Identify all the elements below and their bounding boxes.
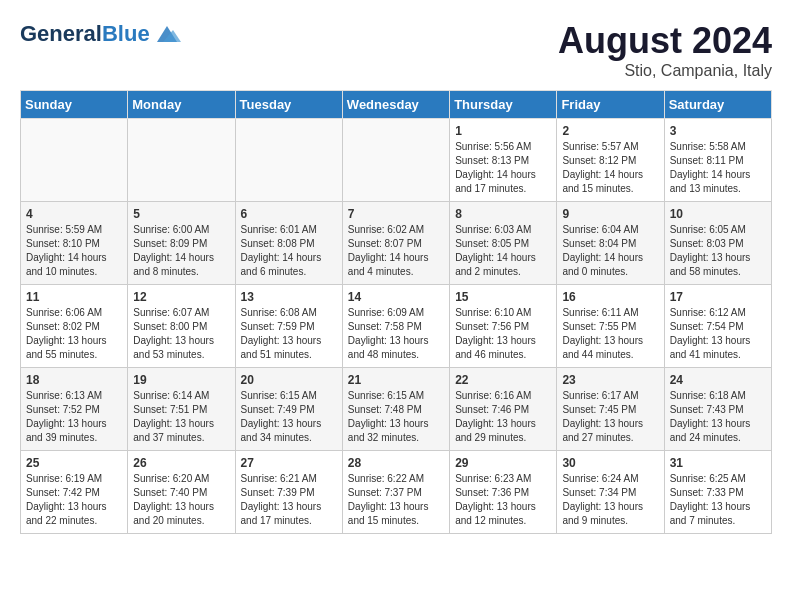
calendar-cell: 29Sunrise: 6:23 AM Sunset: 7:36 PM Dayli… <box>450 451 557 534</box>
title-block: August 2024 Stio, Campania, Italy <box>558 20 772 80</box>
page-header: GeneralBlue August 2024 Stio, Campania, … <box>20 20 772 80</box>
day-info: Sunrise: 6:03 AM Sunset: 8:05 PM Dayligh… <box>455 223 551 279</box>
day-info: Sunrise: 6:22 AM Sunset: 7:37 PM Dayligh… <box>348 472 444 528</box>
calendar-cell: 25Sunrise: 6:19 AM Sunset: 7:42 PM Dayli… <box>21 451 128 534</box>
day-info: Sunrise: 6:14 AM Sunset: 7:51 PM Dayligh… <box>133 389 229 445</box>
day-number: 10 <box>670 207 766 221</box>
main-title: August 2024 <box>558 20 772 62</box>
header-wednesday: Wednesday <box>342 91 449 119</box>
calendar-cell: 16Sunrise: 6:11 AM Sunset: 7:55 PM Dayli… <box>557 285 664 368</box>
calendar-cell: 24Sunrise: 6:18 AM Sunset: 7:43 PM Dayli… <box>664 368 771 451</box>
calendar-body: 1Sunrise: 5:56 AM Sunset: 8:13 PM Daylig… <box>21 119 772 534</box>
calendar-cell: 12Sunrise: 6:07 AM Sunset: 8:00 PM Dayli… <box>128 285 235 368</box>
day-number: 23 <box>562 373 658 387</box>
day-info: Sunrise: 6:01 AM Sunset: 8:08 PM Dayligh… <box>241 223 337 279</box>
calendar-cell: 22Sunrise: 6:16 AM Sunset: 7:46 PM Dayli… <box>450 368 557 451</box>
day-number: 26 <box>133 456 229 470</box>
day-number: 19 <box>133 373 229 387</box>
calendar-cell: 2Sunrise: 5:57 AM Sunset: 8:12 PM Daylig… <box>557 119 664 202</box>
calendar-cell <box>21 119 128 202</box>
day-number: 15 <box>455 290 551 304</box>
calendar-cell: 26Sunrise: 6:20 AM Sunset: 7:40 PM Dayli… <box>128 451 235 534</box>
day-info: Sunrise: 6:21 AM Sunset: 7:39 PM Dayligh… <box>241 472 337 528</box>
day-number: 3 <box>670 124 766 138</box>
sub-title: Stio, Campania, Italy <box>558 62 772 80</box>
calendar-cell: 21Sunrise: 6:15 AM Sunset: 7:48 PM Dayli… <box>342 368 449 451</box>
calendar-cell: 18Sunrise: 6:13 AM Sunset: 7:52 PM Dayli… <box>21 368 128 451</box>
header-sunday: Sunday <box>21 91 128 119</box>
week-row-4: 18Sunrise: 6:13 AM Sunset: 7:52 PM Dayli… <box>21 368 772 451</box>
calendar-header: SundayMondayTuesdayWednesdayThursdayFrid… <box>21 91 772 119</box>
calendar-cell <box>235 119 342 202</box>
calendar-cell: 3Sunrise: 5:58 AM Sunset: 8:11 PM Daylig… <box>664 119 771 202</box>
logo: GeneralBlue <box>20 20 181 48</box>
calendar-cell: 31Sunrise: 6:25 AM Sunset: 7:33 PM Dayli… <box>664 451 771 534</box>
day-info: Sunrise: 6:13 AM Sunset: 7:52 PM Dayligh… <box>26 389 122 445</box>
day-number: 1 <box>455 124 551 138</box>
day-number: 16 <box>562 290 658 304</box>
day-info: Sunrise: 6:25 AM Sunset: 7:33 PM Dayligh… <box>670 472 766 528</box>
calendar-cell: 15Sunrise: 6:10 AM Sunset: 7:56 PM Dayli… <box>450 285 557 368</box>
day-number: 20 <box>241 373 337 387</box>
calendar-cell: 5Sunrise: 6:00 AM Sunset: 8:09 PM Daylig… <box>128 202 235 285</box>
calendar-cell: 17Sunrise: 6:12 AM Sunset: 7:54 PM Dayli… <box>664 285 771 368</box>
day-info: Sunrise: 6:23 AM Sunset: 7:36 PM Dayligh… <box>455 472 551 528</box>
logo-icon <box>153 20 181 48</box>
calendar-cell <box>342 119 449 202</box>
day-info: Sunrise: 6:17 AM Sunset: 7:45 PM Dayligh… <box>562 389 658 445</box>
day-info: Sunrise: 6:11 AM Sunset: 7:55 PM Dayligh… <box>562 306 658 362</box>
day-info: Sunrise: 6:16 AM Sunset: 7:46 PM Dayligh… <box>455 389 551 445</box>
calendar-cell: 6Sunrise: 6:01 AM Sunset: 8:08 PM Daylig… <box>235 202 342 285</box>
logo-text: GeneralBlue <box>20 22 150 46</box>
day-info: Sunrise: 5:59 AM Sunset: 8:10 PM Dayligh… <box>26 223 122 279</box>
calendar-cell: 19Sunrise: 6:14 AM Sunset: 7:51 PM Dayli… <box>128 368 235 451</box>
day-info: Sunrise: 6:09 AM Sunset: 7:58 PM Dayligh… <box>348 306 444 362</box>
day-number: 29 <box>455 456 551 470</box>
calendar-cell: 13Sunrise: 6:08 AM Sunset: 7:59 PM Dayli… <box>235 285 342 368</box>
day-number: 6 <box>241 207 337 221</box>
day-number: 31 <box>670 456 766 470</box>
day-number: 4 <box>26 207 122 221</box>
calendar-cell: 20Sunrise: 6:15 AM Sunset: 7:49 PM Dayli… <box>235 368 342 451</box>
calendar-cell: 30Sunrise: 6:24 AM Sunset: 7:34 PM Dayli… <box>557 451 664 534</box>
day-number: 12 <box>133 290 229 304</box>
day-info: Sunrise: 6:19 AM Sunset: 7:42 PM Dayligh… <box>26 472 122 528</box>
day-number: 21 <box>348 373 444 387</box>
day-info: Sunrise: 5:56 AM Sunset: 8:13 PM Dayligh… <box>455 140 551 196</box>
day-info: Sunrise: 6:15 AM Sunset: 7:49 PM Dayligh… <box>241 389 337 445</box>
calendar-cell: 11Sunrise: 6:06 AM Sunset: 8:02 PM Dayli… <box>21 285 128 368</box>
day-info: Sunrise: 6:02 AM Sunset: 8:07 PM Dayligh… <box>348 223 444 279</box>
header-row: SundayMondayTuesdayWednesdayThursdayFrid… <box>21 91 772 119</box>
day-number: 8 <box>455 207 551 221</box>
day-info: Sunrise: 6:07 AM Sunset: 8:00 PM Dayligh… <box>133 306 229 362</box>
day-number: 27 <box>241 456 337 470</box>
calendar-cell: 8Sunrise: 6:03 AM Sunset: 8:05 PM Daylig… <box>450 202 557 285</box>
day-info: Sunrise: 6:08 AM Sunset: 7:59 PM Dayligh… <box>241 306 337 362</box>
header-monday: Monday <box>128 91 235 119</box>
day-info: Sunrise: 6:05 AM Sunset: 8:03 PM Dayligh… <box>670 223 766 279</box>
calendar-cell: 28Sunrise: 6:22 AM Sunset: 7:37 PM Dayli… <box>342 451 449 534</box>
week-row-5: 25Sunrise: 6:19 AM Sunset: 7:42 PM Dayli… <box>21 451 772 534</box>
day-info: Sunrise: 5:58 AM Sunset: 8:11 PM Dayligh… <box>670 140 766 196</box>
day-number: 5 <box>133 207 229 221</box>
day-info: Sunrise: 6:06 AM Sunset: 8:02 PM Dayligh… <box>26 306 122 362</box>
day-info: Sunrise: 6:12 AM Sunset: 7:54 PM Dayligh… <box>670 306 766 362</box>
day-number: 2 <box>562 124 658 138</box>
calendar-cell: 27Sunrise: 6:21 AM Sunset: 7:39 PM Dayli… <box>235 451 342 534</box>
day-number: 17 <box>670 290 766 304</box>
day-number: 25 <box>26 456 122 470</box>
week-row-1: 1Sunrise: 5:56 AM Sunset: 8:13 PM Daylig… <box>21 119 772 202</box>
calendar-cell: 7Sunrise: 6:02 AM Sunset: 8:07 PM Daylig… <box>342 202 449 285</box>
day-number: 24 <box>670 373 766 387</box>
week-row-3: 11Sunrise: 6:06 AM Sunset: 8:02 PM Dayli… <box>21 285 772 368</box>
day-number: 28 <box>348 456 444 470</box>
header-thursday: Thursday <box>450 91 557 119</box>
header-friday: Friday <box>557 91 664 119</box>
week-row-2: 4Sunrise: 5:59 AM Sunset: 8:10 PM Daylig… <box>21 202 772 285</box>
calendar-cell: 9Sunrise: 6:04 AM Sunset: 8:04 PM Daylig… <box>557 202 664 285</box>
day-info: Sunrise: 6:04 AM Sunset: 8:04 PM Dayligh… <box>562 223 658 279</box>
calendar-cell: 23Sunrise: 6:17 AM Sunset: 7:45 PM Dayli… <box>557 368 664 451</box>
day-info: Sunrise: 6:15 AM Sunset: 7:48 PM Dayligh… <box>348 389 444 445</box>
day-number: 11 <box>26 290 122 304</box>
day-info: Sunrise: 6:10 AM Sunset: 7:56 PM Dayligh… <box>455 306 551 362</box>
